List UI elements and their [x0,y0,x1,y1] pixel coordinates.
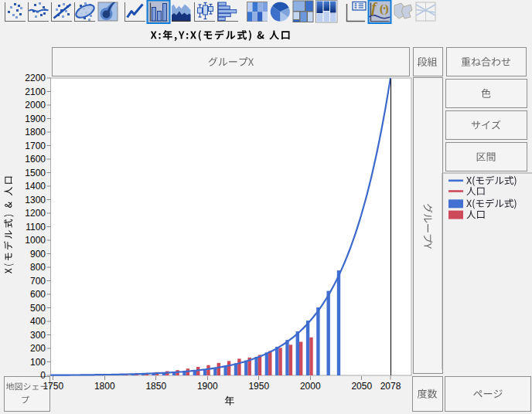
svg-text:1500: 1500 [25,168,46,178]
svg-text:1400: 1400 [25,181,46,192]
svg-text:1000: 1000 [25,235,46,246]
svg-text:2100: 2100 [25,87,46,97]
svg-text:800: 800 [30,262,46,273]
svg-text:2000: 2000 [25,100,46,110]
svg-text:1800: 1800 [25,127,46,137]
svg-text:1750: 1750 [43,381,63,392]
svg-text:1800: 1800 [94,381,115,392]
svg-text:1300: 1300 [25,195,46,205]
svg-text:700: 700 [30,276,46,287]
svg-text:100: 100 [30,357,46,368]
svg-text:200: 200 [30,343,46,354]
svg-text:2000: 2000 [300,381,321,392]
svg-text:2078: 2078 [380,381,401,392]
svg-text:1900: 1900 [25,114,46,124]
svg-text:1700: 1700 [25,141,46,151]
svg-text:900: 900 [30,249,46,260]
svg-text:2050: 2050 [351,381,372,392]
svg-text:1100: 1100 [26,222,46,232]
svg-text:1200: 1200 [25,208,46,219]
svg-text:300: 300 [30,330,46,341]
svg-text:600: 600 [30,289,46,300]
svg-text:2200: 2200 [25,73,46,83]
svg-text:500: 500 [30,303,46,314]
svg-text:0: 0 [40,370,46,381]
svg-text:1600: 1600 [25,154,46,165]
svg-text:1950: 1950 [248,381,269,392]
svg-text:400: 400 [30,316,46,327]
svg-text:1850: 1850 [145,381,166,392]
svg-text:1900: 1900 [197,381,218,392]
